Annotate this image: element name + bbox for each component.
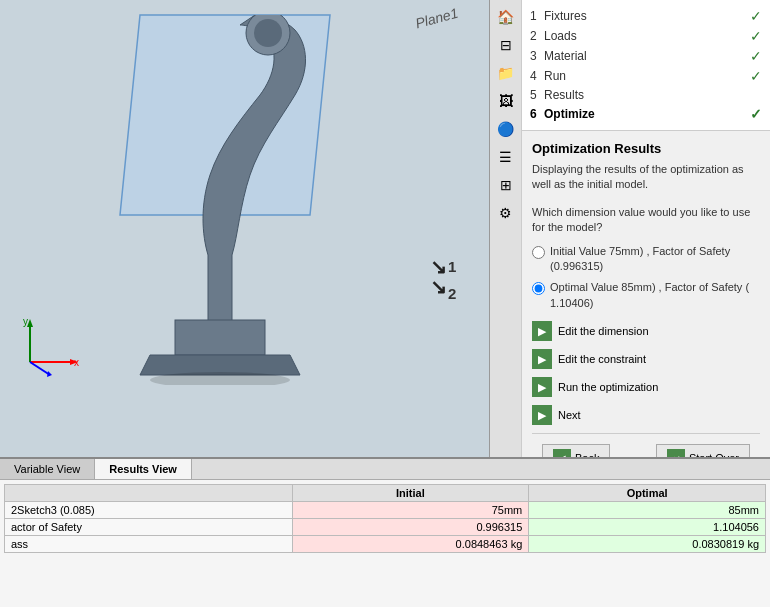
edit-constraint-btn[interactable]: ▶ Edit the constraint <box>532 349 760 369</box>
step-1-number: 1 <box>530 9 544 23</box>
plane-label: Plane1 <box>414 5 460 32</box>
back-button[interactable]: ◀ Back <box>542 444 610 457</box>
edit-dimension-icon: ▶ <box>532 321 552 341</box>
row-0-col-0: 2Sketch3 (0.085) <box>5 502 293 519</box>
next-label: Next <box>558 409 581 421</box>
radio-optimal-input[interactable] <box>532 282 545 295</box>
col-header-initial: Initial <box>292 485 529 502</box>
tab-variable-view[interactable]: Variable View <box>0 459 95 479</box>
radio-initial-label: Initial Value 75mm) , Factor of Safety (… <box>550 244 760 275</box>
row-1-col-0: actor of Safety <box>5 519 293 536</box>
table-row-0: 2Sketch3 (0.085) 75mm 85mm <box>5 502 766 519</box>
svg-point-2 <box>254 19 282 47</box>
home-icon[interactable]: 🏠 <box>493 4 519 30</box>
row-2-col-0: ass <box>5 536 293 553</box>
row-0-col-1: 75mm <box>292 502 529 519</box>
radio-initial-input[interactable] <box>532 246 545 259</box>
step-3-number: 3 <box>530 49 544 63</box>
row-2-col-1: 0.0848463 kg <box>292 536 529 553</box>
grid-icon[interactable]: ⊞ <box>493 172 519 198</box>
optimization-section: Optimization Results Displaying the resu… <box>522 131 770 457</box>
step-1-check: ✓ <box>750 8 762 24</box>
radio-initial[interactable]: Initial Value 75mm) , Factor of Safety (… <box>532 244 760 275</box>
step-4-number: 4 <box>530 69 544 83</box>
coordinate-axes: x y <box>20 317 80 377</box>
step-5: 5 Results <box>530 86 762 104</box>
step-5-number: 5 <box>530 88 544 102</box>
row-2-col-2: 0.0830819 kg <box>529 536 766 553</box>
back-icon: ◀ <box>553 449 571 457</box>
step-4-label: Run <box>544 69 566 83</box>
chart-icon[interactable]: 🔵 <box>493 116 519 142</box>
right-panel: 🏠 ⊟ 📁 🖼 🔵 ☰ ⊞ ⚙ 1 Fixtures ✓ 2 Loads <box>490 0 770 457</box>
start-over-button[interactable]: ↩ Start Over <box>656 444 750 457</box>
step-2-check: ✓ <box>750 28 762 44</box>
step-6-number: 6 <box>530 107 544 121</box>
row-1-col-1: 0.996315 <box>292 519 529 536</box>
table-area: Initial Optimal 2Sketch3 (0.085) 75mm 85… <box>0 480 770 607</box>
list-icon[interactable]: ☰ <box>493 144 519 170</box>
steps-list: 1 Fixtures ✓ 2 Loads ✓ 3 Material ✓ 4 Ru… <box>522 0 770 131</box>
step-1: 1 Fixtures ✓ <box>530 6 762 26</box>
col-header-name <box>5 485 293 502</box>
tab-results-view[interactable]: Results View <box>95 459 192 479</box>
right-content: 1 Fixtures ✓ 2 Loads ✓ 3 Material ✓ 4 Ru… <box>522 0 770 457</box>
step-3-check: ✓ <box>750 48 762 64</box>
opt-desc: Displaying the results of the optimizati… <box>532 162 760 193</box>
col-header-optimal: Optimal <box>529 485 766 502</box>
step-5-label: Results <box>544 88 584 102</box>
step-4-check: ✓ <box>750 68 762 84</box>
label-2: 2 <box>448 285 456 302</box>
right-toolbar: 🏠 ⊟ 📁 🖼 🔵 ☰ ⊞ ⚙ <box>490 0 522 457</box>
step-6: 6 Optimize ✓ <box>530 104 762 124</box>
svg-rect-3 <box>175 320 265 355</box>
run-optimization-btn[interactable]: ▶ Run the optimization <box>532 377 760 397</box>
row-1-col-2: 1.104056 <box>529 519 766 536</box>
step-6-check: ✓ <box>750 106 762 122</box>
image-icon[interactable]: 🖼 <box>493 88 519 114</box>
settings-icon[interactable]: ⚙ <box>493 200 519 226</box>
svg-text:y: y <box>23 317 28 327</box>
bracket-shape <box>120 15 350 385</box>
run-optimization-label: Run the optimization <box>558 381 658 393</box>
step-2: 2 Loads ✓ <box>530 26 762 46</box>
row-0-col-2: 85mm <box>529 502 766 519</box>
next-icon: ▶ <box>532 405 552 425</box>
edit-constraint-label: Edit the constraint <box>558 353 646 365</box>
next-btn[interactable]: ▶ Next <box>532 405 760 425</box>
bottom-area: Variable View Results View Initial Optim… <box>0 457 770 607</box>
edit-dimension-label: Edit the dimension <box>558 325 649 337</box>
layers-icon[interactable]: ⊟ <box>493 32 519 58</box>
edit-dimension-btn[interactable]: ▶ Edit the dimension <box>532 321 760 341</box>
svg-text:x: x <box>74 357 79 368</box>
step-2-label: Loads <box>544 29 577 43</box>
3d-viewport: Plane1 ↘ 1 ↘ <box>0 0 490 457</box>
opt-question: Which dimension value would you like to … <box>532 205 760 236</box>
label-1: 1 <box>448 258 456 275</box>
step-6-label: Optimize <box>544 107 595 121</box>
bottom-nav: ◀ Back ↩ Start Over <box>532 433 760 457</box>
step-4: 4 Run ✓ <box>530 66 762 86</box>
tabs-row: Variable View Results View <box>0 459 770 480</box>
opt-title: Optimization Results <box>532 141 760 156</box>
edit-constraint-icon: ▶ <box>532 349 552 369</box>
table-row-1: actor of Safety 0.996315 1.104056 <box>5 519 766 536</box>
step-2-number: 2 <box>530 29 544 43</box>
table-row-2: ass 0.0848463 kg 0.0830819 kg <box>5 536 766 553</box>
run-optimization-icon: ▶ <box>532 377 552 397</box>
svg-line-12 <box>30 362 50 375</box>
svg-marker-13 <box>47 371 52 377</box>
results-table: Initial Optimal 2Sketch3 (0.085) 75mm 85… <box>4 484 766 553</box>
step-1-label: Fixtures <box>544 9 587 23</box>
step-3: 3 Material ✓ <box>530 46 762 66</box>
arrow-2: ↘ <box>430 275 447 299</box>
start-over-icon: ↩ <box>667 449 685 457</box>
step-3-label: Material <box>544 49 587 63</box>
radio-optimal[interactable]: Optimal Value 85mm) , Factor of Safety (… <box>532 280 760 311</box>
radio-optimal-label: Optimal Value 85mm) , Factor of Safety (… <box>550 280 760 311</box>
folder-icon[interactable]: 📁 <box>493 60 519 86</box>
